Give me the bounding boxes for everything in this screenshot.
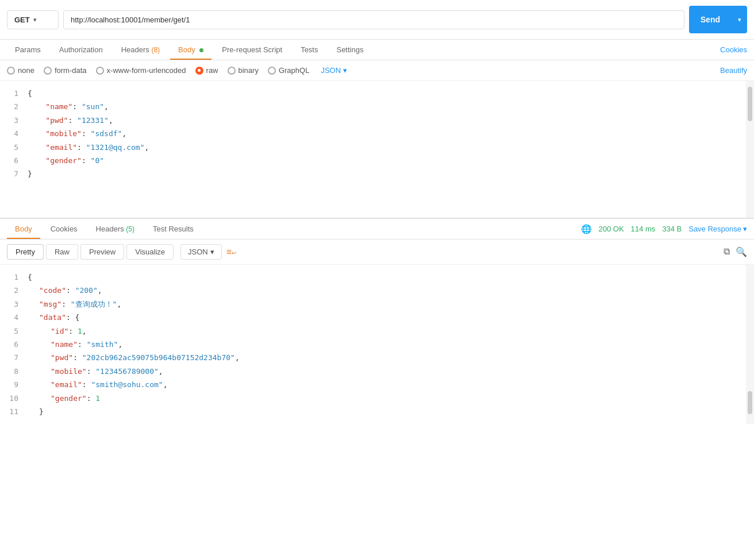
method-chevron-icon: ▾ <box>33 17 36 23</box>
res-line-11: } <box>39 405 741 418</box>
response-body-options: Pretty Raw Preview Visualize JSON ▾ ≡↩ ⧉… <box>0 240 754 265</box>
response-body-content: 1 2 3 4 5 6 7 8 9 10 11 { "code": "200",… <box>0 265 754 424</box>
search-icon[interactable]: 🔍 <box>736 246 747 257</box>
send-button[interactable]: Send <box>689 10 732 29</box>
tab-authorization[interactable]: Authorization <box>51 40 111 60</box>
res-line-10: "gender": 1 <box>51 392 741 405</box>
url-bar: GET ▾ Send ▾ <box>0 0 754 40</box>
request-body-editor: 1 2 3 4 5 6 7 { "name": "sun", "pwd": "1… <box>0 81 754 219</box>
save-response-button[interactable]: Save Response ▾ <box>688 225 747 233</box>
radio-circle-binary <box>228 67 236 75</box>
url-input[interactable] <box>63 10 684 29</box>
res-line-3: "msg": "查询成功！", <box>39 298 741 311</box>
radio-circle-graphql <box>268 67 276 75</box>
response-status-info: 🌐 200 OK 114 ms 334 B Save Response ▾ <box>581 224 748 234</box>
tab-headers[interactable]: Headers (8) <box>113 40 168 60</box>
response-size: 334 B <box>662 225 682 233</box>
res-line-2: "code": "200", <box>39 284 741 297</box>
res-line-8: "mobile": "123456789000", <box>51 365 741 378</box>
status-code: 200 OK <box>599 225 624 233</box>
view-raw-button[interactable]: Raw <box>46 244 78 260</box>
filter-icon[interactable]: ≡↩ <box>226 247 236 257</box>
save-response-chevron-icon: ▾ <box>743 225 747 233</box>
response-line-numbers: 1 2 3 4 5 6 7 8 9 10 11 <box>0 265 23 424</box>
req-line-7: } <box>28 167 741 180</box>
save-response-label: Save Response <box>688 225 741 233</box>
response-code-content[interactable]: { "code": "200", "msg": "查询成功！", "data":… <box>23 265 746 424</box>
method-select[interactable]: GET ▾ <box>7 10 59 29</box>
radio-circle-form-data <box>44 67 52 75</box>
response-scrollbar-thumb <box>748 391 752 414</box>
req-line-1: { <box>28 87 741 100</box>
radio-circle-none <box>7 67 15 75</box>
res-line-5: "id": 1, <box>51 325 741 338</box>
res-line-1: { <box>28 271 741 284</box>
res-tab-body[interactable]: Body <box>7 219 40 239</box>
copy-icon[interactable]: ⧉ <box>724 246 730 257</box>
radio-circle-raw <box>195 67 203 75</box>
response-scrollbar[interactable] <box>746 265 754 424</box>
res-line-4: "data": { <box>39 311 741 324</box>
json-format-chevron-icon: ▾ <box>343 66 347 75</box>
request-scrollbar-thumb <box>748 87 752 121</box>
tab-body[interactable]: Body <box>170 40 211 60</box>
res-line-7: "pwd": "202cb962ac59075b964b07152d234b70… <box>51 351 741 364</box>
send-dropdown-button[interactable]: ▾ <box>732 11 747 28</box>
request-tabs: Params Authorization Headers (8) Body Pr… <box>0 40 754 60</box>
request-line-numbers: 1 2 3 4 5 6 7 <box>0 81 23 218</box>
view-visualize-button[interactable]: Visualize <box>126 244 174 260</box>
method-label: GET <box>14 16 30 24</box>
response-format-select[interactable]: JSON ▾ <box>180 244 222 260</box>
tab-tests[interactable]: Tests <box>293 40 326 60</box>
radio-form-data[interactable]: form-data <box>44 66 87 75</box>
req-line-3: "pwd": "12331", <box>28 114 741 127</box>
res-tab-headers[interactable]: Headers (5) <box>88 219 143 239</box>
req-line-6: "gender": "0" <box>28 154 741 167</box>
tab-params[interactable]: Params <box>7 40 49 60</box>
send-button-group: Send ▾ <box>689 6 747 33</box>
request-scrollbar[interactable] <box>746 81 754 218</box>
request-code-content[interactable]: { "name": "sun", "pwd": "12331", "mobile… <box>23 81 746 218</box>
json-format-dropdown[interactable]: JSON ▾ <box>321 66 347 75</box>
view-pretty-button[interactable]: Pretty <box>7 244 44 260</box>
radio-none[interactable]: none <box>7 66 34 75</box>
cookies-button[interactable]: Cookies <box>720 40 747 60</box>
tab-settings[interactable]: Settings <box>328 40 371 60</box>
response-tabs: Body Cookies Headers (5) Test Results 🌐 … <box>0 219 754 240</box>
response-time: 114 ms <box>631 225 656 233</box>
radio-raw[interactable]: raw <box>195 66 218 75</box>
req-line-4: "mobile": "sdsdf", <box>28 127 741 140</box>
tab-pre-request[interactable]: Pre-request Script <box>214 40 290 60</box>
response-format-label: JSON <box>188 248 208 256</box>
req-line-5: "email": "1321@qq.com", <box>28 141 741 154</box>
req-line-2: "name": "sun", <box>28 100 741 113</box>
res-tab-cookies[interactable]: Cookies <box>43 219 86 239</box>
json-format-label: JSON <box>321 66 341 75</box>
globe-icon: 🌐 <box>581 224 592 234</box>
body-options: none form-data x-www-form-urlencoded raw… <box>0 60 754 81</box>
response-actions: ⧉ 🔍 <box>724 246 747 257</box>
radio-graphql[interactable]: GraphQL <box>268 66 309 75</box>
res-line-6: "name": "smith", <box>51 338 741 351</box>
res-line-9: "email": "smith@sohu.com", <box>51 378 741 391</box>
radio-circle-urlencoded <box>96 67 104 75</box>
radio-binary[interactable]: binary <box>228 66 259 75</box>
response-format-chevron-icon: ▾ <box>210 248 214 256</box>
beautify-button[interactable]: Beautify <box>720 66 747 75</box>
view-preview-button[interactable]: Preview <box>80 244 124 260</box>
radio-urlencoded[interactable]: x-www-form-urlencoded <box>96 66 186 75</box>
res-tab-test-results[interactable]: Test Results <box>145 219 202 239</box>
